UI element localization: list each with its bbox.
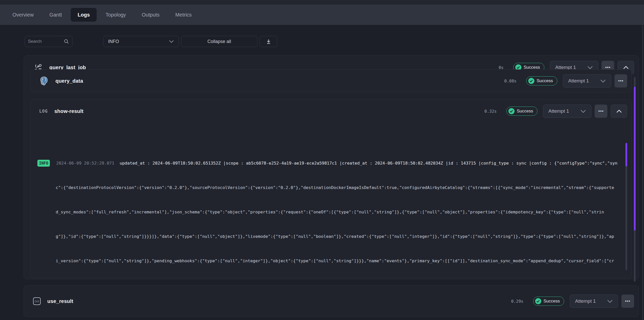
log-level-select[interactable]: INFO (103, 36, 179, 47)
attempt-value: Attempt 1 (548, 108, 569, 114)
ellipsis-icon: ••• (605, 65, 611, 70)
section-title: query_data (55, 78, 83, 84)
check-circle-icon (535, 298, 541, 304)
log-entry-first-line: INFO 2024-06-09 20:52:29.071 updated_at … (31, 159, 632, 167)
tab-overview[interactable]: Overview (6, 8, 40, 22)
status-label: Success (524, 65, 540, 70)
check-circle-icon (508, 108, 515, 114)
task-card-show-result: LOG show-result 0.32s Success Attempt 1 … (30, 99, 632, 278)
log-icon: LOG (39, 109, 48, 114)
log-line: d_sync_modes":["full_refresh","increment… (31, 208, 632, 216)
log-message: updated_at : 2024-06-09T18:50:02.651352Z… (120, 159, 617, 167)
log-timestamp: 2024-06-09 20:52:29.071 (56, 159, 114, 167)
log-scrollbar-thumb[interactable] (625, 143, 627, 166)
search-box[interactable] (25, 36, 72, 47)
download-logs-button[interactable] (260, 36, 277, 47)
duration-label: 0.29s (511, 299, 523, 304)
status-label: Success (544, 299, 560, 304)
duration-label: 0.32s (485, 109, 497, 114)
log-line: c":{"destinationProtocolVersion":{"versi… (31, 184, 632, 192)
group-scrollbar-thumb[interactable] (634, 87, 636, 230)
status-badge: Success (526, 76, 557, 85)
window-scrollbar-track[interactable] (642, 25, 643, 320)
task-card-use-result: (x) use_result 0.29s Success Attempt 1 •… (24, 285, 639, 317)
collapse-all-button[interactable]: Collapse all (181, 36, 257, 47)
section-title: show-result (54, 108, 83, 114)
more-actions-button[interactable]: ••• (614, 74, 627, 88)
attempt-select[interactable]: Attempt 1 (570, 295, 618, 308)
log-line: i_version":{"type":["null","string"]},"p… (31, 257, 632, 265)
chevron-up-icon (623, 66, 629, 69)
task-card-query-data: query_data 0.08s Success Attempt 1 ••• (30, 69, 632, 92)
log-level-value: INFO (108, 39, 119, 44)
task-group-query-last-job: query_last_job 0s Success Attempt 1 ••• (24, 55, 639, 279)
search-icon (64, 39, 69, 44)
attempt-select[interactable]: Attempt 1 (563, 74, 611, 88)
status-badge: Success (506, 107, 537, 116)
status-label: Success (537, 78, 553, 83)
tab-metrics[interactable]: Metrics (168, 8, 198, 22)
collapse-all-label: Collapse all (207, 39, 231, 44)
attempt-value: Attempt 1 (575, 298, 596, 304)
logs-toolbar: INFO Collapse all (25, 36, 277, 47)
search-input[interactable] (28, 39, 64, 44)
use-result-header[interactable]: (x) use_result 0.29s Success Attempt 1 •… (24, 286, 639, 317)
query-data-header[interactable]: query_data 0.08s Success Attempt 1 ••• (31, 70, 631, 92)
ellipsis-icon: ••• (598, 109, 604, 114)
attempt-value: Attempt 1 (568, 78, 589, 84)
chevron-down-icon (607, 300, 613, 303)
tab-gantt[interactable]: Gantt (42, 8, 69, 22)
tab-logs[interactable]: Logs (71, 8, 97, 22)
duration-label: 0s (499, 65, 503, 70)
group-scrollbar-track[interactable] (634, 77, 636, 282)
ellipsis-icon: ••• (618, 78, 624, 83)
log-scrollbar-track[interactable] (625, 143, 627, 270)
chevron-down-icon (600, 79, 606, 83)
chevron-down-icon (587, 66, 593, 69)
show-result-header[interactable]: LOG show-result 0.32s Success Attempt 1 … (31, 100, 631, 123)
window-top-strip (0, 0, 644, 5)
more-actions-button[interactable]: ••• (595, 105, 607, 118)
section-title: use_result (47, 298, 73, 304)
check-circle-icon (528, 78, 534, 84)
function-icon: (x) (33, 297, 41, 305)
status-label: Success (517, 109, 533, 114)
chevron-up-icon (616, 110, 622, 113)
ellipsis-icon: ••• (625, 299, 631, 304)
tab-bar: Overview Gantt Logs Topology Outputs Met… (0, 5, 644, 25)
chevron-down-icon (580, 110, 586, 113)
status-badge: Success (533, 297, 564, 306)
postgres-icon (39, 76, 49, 86)
tab-topology[interactable]: Topology (99, 8, 133, 22)
attempt-select[interactable]: Attempt 1 (543, 105, 591, 118)
log-level-badge: INFO (37, 160, 50, 167)
chevron-down-icon (169, 40, 174, 43)
more-actions-button[interactable]: ••• (621, 295, 634, 308)
log-output[interactable]: INFO 2024-06-09 20:52:29.071 updated_at … (31, 143, 632, 278)
duration-label: 0.08s (504, 79, 517, 83)
download-icon (266, 39, 271, 44)
collapse-section-button[interactable] (611, 105, 627, 118)
tab-outputs[interactable]: Outputs (135, 8, 166, 22)
log-line: g"]},"id":{"type":["null","string"]}}}]}… (31, 232, 632, 241)
